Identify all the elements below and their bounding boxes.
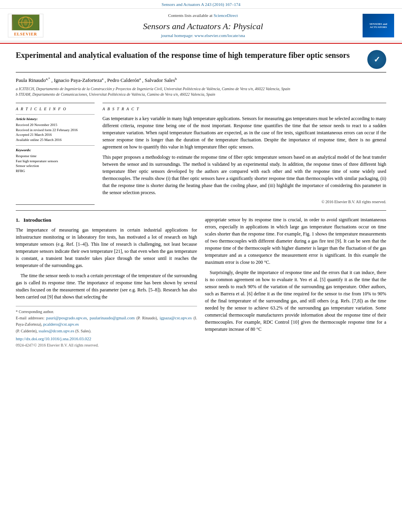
email5-link[interactable]: ssales@dcom.upv.es	[39, 328, 74, 333]
email1-name: (P. Rinaudo),	[136, 316, 158, 320]
section1-title: Introduction	[24, 217, 52, 223]
received-date: Received 20 November 2015	[16, 122, 95, 128]
author3: , Pedro Calderón	[105, 77, 140, 83]
section-divider	[16, 210, 386, 211]
abstract-text: Gas temperature is a key variable in man…	[102, 115, 386, 196]
sciencedirect-link[interactable]: ScienceDirect	[214, 13, 238, 18]
section1-right-para2: Surprisingly, despite the importance of …	[205, 269, 386, 333]
section1-right-para1: appropriate sensor by its response time …	[205, 216, 386, 266]
history-label: Article history:	[16, 117, 95, 122]
available-date: Available online 25 March 2016	[16, 137, 95, 143]
paper-title: Experimental and analytical evaluation o…	[16, 50, 367, 60]
keyword2: Fast high temperature sensors	[16, 159, 95, 164]
journal-header: Sensors and Actuators A 243 (2016) 167–1…	[0, 0, 402, 44]
elsevier-logo: ELSEVIER	[8, 14, 43, 37]
email3-link[interactable]: igpaza@cst.upv.es	[160, 315, 192, 320]
email1-link[interactable]: pauri@posgrado.upv.es	[46, 315, 87, 320]
article-info-abstract-section: A R T I C L E I N F O Article history: R…	[16, 103, 386, 205]
received-revised-date: Received in revised form 22 February 201…	[16, 128, 95, 133]
journal-title: Sensors and Actuators A: Physical	[51, 20, 355, 33]
doi-text: Sensors and Actuators A 243 (2016) 167–1…	[162, 2, 240, 7]
affiliations: a ICITECH, Departamento de Ingeniería de…	[16, 86, 386, 97]
article-info-label: A R T I C L E I N F O	[16, 106, 95, 112]
section1-number: 1.	[16, 217, 20, 223]
email4-name: (P. Calderón),	[16, 329, 37, 333]
journal-title-center: Contents lists available at ScienceDirec…	[43, 13, 363, 39]
email2-link[interactable]: paularinaudo@gmail.com	[90, 315, 135, 320]
journal-banner: ELSEVIER Contents lists available at Sci…	[0, 9, 402, 41]
svg-point-4	[24, 19, 28, 26]
affiliation-b: b ITEAM, Departamento de Comunicaciones,…	[16, 92, 386, 97]
keywords-section: Keywords: Response time Fast high temper…	[16, 145, 95, 173]
keyword3: Sensor selection	[16, 163, 95, 169]
email4-link[interactable]: pcaldero@cst.upv.es	[43, 322, 79, 326]
elsevier-name: ELSEVIER	[14, 32, 37, 37]
author4-sup: b	[175, 77, 177, 81]
section1-para1: The importance of measuring gas temperat…	[16, 226, 197, 269]
accepted-date: Accepted 21 March 2016	[16, 132, 95, 137]
keywords-label: Keywords:	[16, 148, 95, 153]
copyright-line: © 2016 Elsevier B.V. All rights reserved…	[102, 199, 386, 205]
article-history-block: Article history: Received 20 November 20…	[16, 114, 95, 142]
homepage-link[interactable]: www.elsevier.com/locate/sna	[194, 33, 245, 38]
paper-title-section: Experimental and analytical evaluation o…	[16, 50, 386, 72]
left-col: 1. Introduction The importance of measur…	[16, 216, 197, 348]
doi-link: http://dx.doi.org/10.1016/j.sna.2016.03.…	[16, 336, 197, 342]
keyword1: Response time	[16, 154, 95, 159]
issn-line: 0924-4247/© 2016 Elsevier B.V. All right…	[16, 342, 197, 348]
journal-homepage: journal homepage: www.elsevier.com/locat…	[51, 33, 355, 39]
doi-bar: Sensors and Actuators A 243 (2016) 167–1…	[0, 0, 402, 9]
abstract-label: A B S T R A C T	[102, 106, 386, 112]
author2: , Ignacio Paya-Zaforteza	[51, 77, 102, 83]
right-col: appropriate sensor by its response time …	[205, 216, 386, 348]
author4: , Salvador Sales	[142, 77, 175, 83]
author3-sup: a	[139, 77, 141, 81]
article-info-col: A R T I C L E I N F O Article history: R…	[16, 103, 95, 205]
email5-name: (S. Sales).	[75, 329, 91, 333]
abstract-para1: Gas temperature is a key variable in man…	[102, 115, 386, 150]
abstract-para2: This paper proposes a methodology to est…	[102, 154, 386, 196]
author2-sup: a	[102, 77, 103, 81]
author1: Paula Rinaudo	[16, 77, 46, 83]
affiliation-a: a ICITECH, Departamento de Ingeniería de…	[16, 86, 386, 92]
email-label: E-mail addresses:	[16, 316, 45, 320]
abstract-col: A B S T R A C T Gas temperature is a key…	[102, 103, 386, 205]
doi-url[interactable]: http://dx.doi.org/10.1016/j.sna.2016.03.…	[16, 336, 91, 341]
section1-para2: The time the sensor needs to reach a cer…	[16, 272, 197, 300]
sa-logo: SENSORS and ACTUATORS	[363, 14, 394, 37]
footnote-section: * Corresponding author. E-mail addresses…	[16, 306, 197, 334]
contents-label: Contents lists available at	[168, 13, 212, 18]
email-block: E-mail addresses: pauri@posgrado.upv.es,…	[16, 315, 197, 334]
main-content-cols: 1. Introduction The importance of measur…	[16, 216, 386, 348]
authors-line: Paula Rinaudoa,* , Ignacio Paya-Zafortez…	[16, 76, 386, 84]
keyword4: RFBG	[16, 169, 95, 174]
author1-sup: a,*	[46, 77, 50, 81]
crossmark-logo: ✓	[367, 50, 386, 69]
elsevier-graphic	[12, 15, 39, 30]
paper-body: Experimental and analytical evaluation o…	[0, 44, 402, 356]
section1-heading: 1. Introduction	[16, 216, 197, 224]
corresponding-note: * Corresponding author.	[16, 309, 197, 315]
